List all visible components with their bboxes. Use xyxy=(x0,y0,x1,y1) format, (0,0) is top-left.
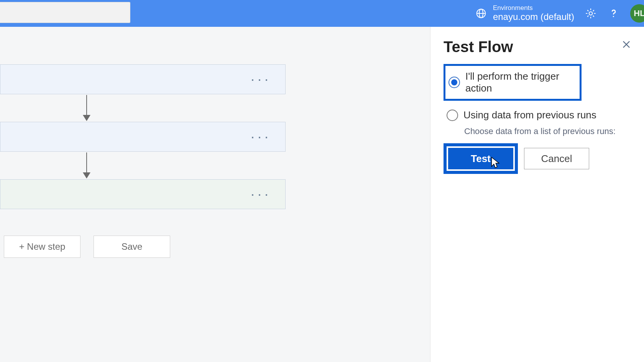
option-manual-label: I'll perform the trigger action xyxy=(465,70,577,94)
cancel-button-label: Cancel xyxy=(541,153,572,165)
radio-selected-icon xyxy=(449,77,460,88)
flow-step[interactable]: ··· xyxy=(0,179,286,209)
option-previous-label: Using data from previous runs xyxy=(463,109,596,121)
close-icon[interactable] xyxy=(620,38,632,51)
svg-point-2 xyxy=(589,12,593,15)
flow-canvas: ··· ··· ··· + New step Save xyxy=(0,27,430,362)
avatar[interactable]: HL xyxy=(630,4,644,23)
radio-unselected-icon xyxy=(447,110,458,121)
option-previous-subtext: Choose data from a list of previous runs… xyxy=(464,126,631,136)
environments-label: Environments xyxy=(493,5,574,12)
top-bar-right: Environments enayu.com (default) HL xyxy=(475,0,644,27)
avatar-initials: HL xyxy=(634,8,644,18)
option-manual-trigger[interactable]: I'll perform the trigger action xyxy=(444,64,582,101)
save-button[interactable]: Save xyxy=(94,236,170,258)
globe-icon xyxy=(475,7,488,20)
test-flow-panel: Test Flow I'll perform the trigger actio… xyxy=(430,27,644,362)
svg-point-3 xyxy=(613,16,614,17)
test-button-label: Test xyxy=(471,153,491,165)
gear-icon[interactable] xyxy=(584,7,597,20)
canvas-footer: + New step Save xyxy=(4,236,170,258)
cursor-icon xyxy=(490,156,501,170)
arrow-icon xyxy=(86,95,87,120)
environment-selector[interactable]: Environments enayu.com (default) xyxy=(475,5,574,22)
flow-step[interactable]: ··· xyxy=(0,122,286,152)
cancel-button[interactable]: Cancel xyxy=(524,148,589,169)
test-button[interactable]: Test xyxy=(448,148,513,169)
new-step-button[interactable]: + New step xyxy=(4,236,80,258)
environment-name: enayu.com (default) xyxy=(493,12,574,22)
option-previous-runs[interactable]: Using data from previous runs xyxy=(444,105,631,126)
help-icon[interactable] xyxy=(607,7,620,20)
test-options: I'll perform the trigger action Using da… xyxy=(444,64,631,136)
arrow-icon xyxy=(86,152,87,178)
test-button-highlight: Test xyxy=(444,143,518,174)
panel-title: Test Flow xyxy=(444,38,631,56)
flow-name-input[interactable] xyxy=(0,2,130,23)
top-bar: Environments enayu.com (default) HL xyxy=(0,0,644,27)
flow-step[interactable]: ··· xyxy=(0,64,286,94)
panel-buttons: Test Cancel xyxy=(444,143,631,174)
